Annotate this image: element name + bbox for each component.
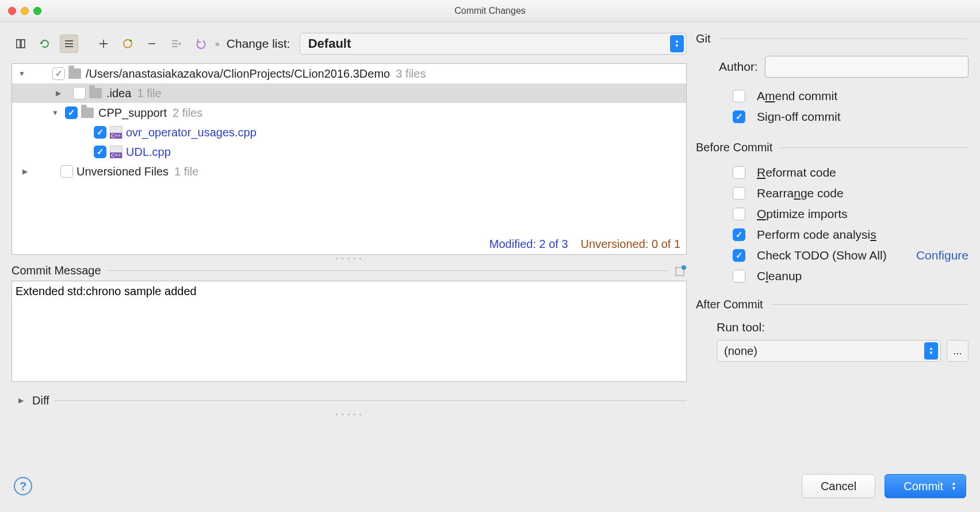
checkbox-signoff[interactable] <box>733 110 745 123</box>
changelist-label: Change list: <box>227 37 290 51</box>
checkbox-cleanup[interactable] <box>733 270 745 282</box>
checkbox-rearrange[interactable] <box>733 187 745 200</box>
folder-icon <box>68 68 81 79</box>
group-by-directory-icon[interactable] <box>60 35 78 53</box>
run-tool-select[interactable]: (none) <box>717 340 941 362</box>
commit-message-input[interactable] <box>12 281 687 382</box>
git-section-title: Git <box>696 32 711 45</box>
chevron-updown-icon <box>951 481 956 491</box>
checkbox-file1[interactable] <box>94 126 106 139</box>
changelist-select[interactable]: Default <box>300 33 687 55</box>
unversioned-count: 1 file <box>174 165 198 178</box>
splitter-grip[interactable]: • • • • • <box>12 255 687 262</box>
root-path: /Users/anastasiakazakova/ClionProjects/C… <box>86 67 390 81</box>
new-changelist-icon[interactable] <box>118 35 137 53</box>
checkbox-idea[interactable] <box>73 87 86 100</box>
cpp-file-icon <box>110 126 122 139</box>
stepper-icon <box>670 35 684 52</box>
after-commit-title: After Commit <box>696 298 763 311</box>
checkbox-analysis[interactable] <box>733 228 745 241</box>
author-input[interactable] <box>765 56 968 78</box>
cancel-button[interactable]: Cancel <box>802 474 875 498</box>
expand-toggle[interactable] <box>49 83 70 104</box>
stepper-icon <box>924 342 938 360</box>
signoff-commit-label: Sign-off commit <box>757 110 841 124</box>
checkbox-todo[interactable] <box>733 249 745 262</box>
cleanup-label: Cleanup <box>757 269 802 283</box>
before-commit-title: Before Commit <box>696 141 772 154</box>
history-icon[interactable] <box>674 265 687 277</box>
author-label: Author: <box>719 60 758 74</box>
svg-point-2 <box>682 265 686 270</box>
checkbox-cpp-support[interactable] <box>65 106 78 119</box>
todo-label: Check TODO (Show All) <box>757 249 887 262</box>
expand-toggle[interactable] <box>16 161 36 182</box>
titlebar: Commit Changes <box>0 0 980 22</box>
run-tool-label: Run tool: <box>717 320 765 334</box>
run-tool-value: (none) <box>724 345 757 358</box>
expand-toggle[interactable] <box>16 67 28 80</box>
cpp-count: 2 files <box>173 106 202 120</box>
reformat-label: Reformat code <box>757 166 836 179</box>
changelist-value: Default <box>308 36 351 51</box>
refresh-icon[interactable] <box>36 35 54 53</box>
checkbox-root[interactable] <box>52 67 65 80</box>
checkbox-optimize[interactable] <box>733 208 745 220</box>
analysis-label: Perform code analysis <box>757 228 876 242</box>
commit-button[interactable]: Commit <box>885 474 966 498</box>
move-to-changelist-icon[interactable] <box>167 35 185 53</box>
remove-icon[interactable] <box>143 35 161 53</box>
checkbox-reformat[interactable] <box>733 166 745 179</box>
diff-expand-toggle[interactable] <box>12 390 32 411</box>
status-unversioned: Unversioned: 0 of 1 <box>581 238 680 251</box>
configure-todo-link[interactable]: Configure <box>916 249 968 262</box>
checkbox-amend[interactable] <box>733 90 745 102</box>
status-modified: Modified: 2 of 3 <box>489 238 568 251</box>
commit-message-label: Commit Message <box>12 264 101 277</box>
root-count: 3 files <box>396 67 426 81</box>
idea-folder[interactable]: .idea <box>106 87 131 100</box>
file-udl[interactable]: UDL.cpp <box>126 146 171 159</box>
cpp-support-folder[interactable]: CPP_support <box>98 106 167 120</box>
unversioned-files[interactable]: Unversioned Files <box>76 165 169 178</box>
folder-icon <box>89 88 102 98</box>
run-tool-more-button[interactable]: ... <box>947 340 968 362</box>
show-diff-icon[interactable] <box>12 35 30 53</box>
idea-count: 1 file <box>137 87 161 100</box>
revert-icon[interactable] <box>191 35 209 53</box>
window-title: Commit Changes <box>0 6 980 16</box>
help-icon[interactable]: ? <box>14 477 32 495</box>
changes-tree: /Users/anastasiakazakova/ClionProjects/C… <box>12 63 687 255</box>
amend-commit-label: Amend commit <box>757 89 837 103</box>
expand-toggle[interactable] <box>49 106 62 119</box>
toolbar-more-icon[interactable]: » <box>215 39 220 48</box>
add-icon[interactable] <box>94 35 113 53</box>
folder-icon <box>81 108 94 118</box>
cpp-file-icon <box>110 146 122 158</box>
rearrange-label: Rearrange code <box>757 186 844 200</box>
commit-toolbar: » Change list: Default <box>12 32 687 55</box>
splitter-grip[interactable]: • • • • • <box>12 411 687 418</box>
optimize-label: Optimize imports <box>757 207 848 221</box>
diff-label: Diff <box>32 394 49 407</box>
checkbox-file2[interactable] <box>94 146 106 158</box>
checkbox-unversioned[interactable] <box>60 165 73 178</box>
file-ovr-operator[interactable]: ovr_operator_usages.cpp <box>126 126 257 139</box>
